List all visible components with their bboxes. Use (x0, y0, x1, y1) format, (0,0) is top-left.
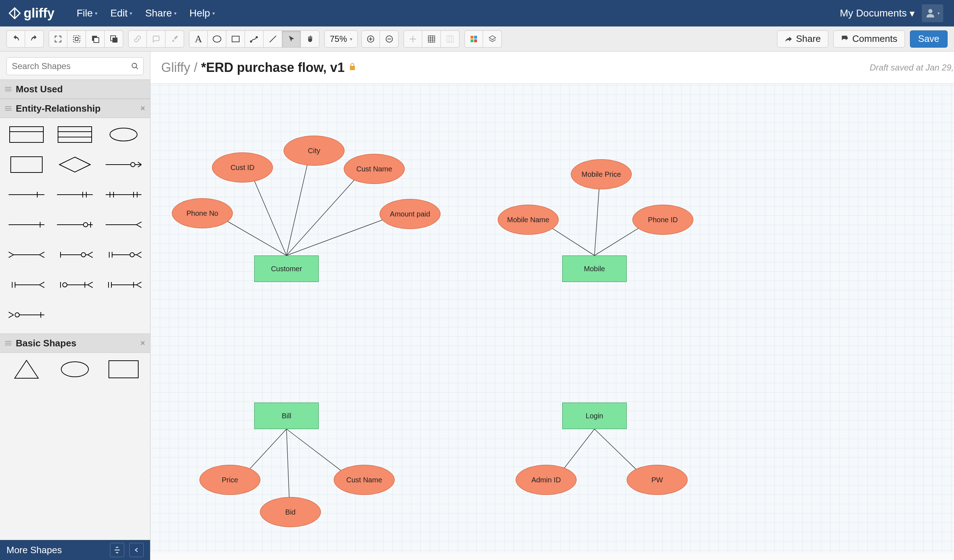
connector-tool-button[interactable] (245, 30, 263, 48)
attribute-price[interactable]: Price (200, 465, 260, 495)
shape-entity-table[interactable] (56, 124, 95, 145)
svg-line-75 (88, 255, 93, 258)
shape-triangle[interactable] (7, 359, 46, 379)
shape-one-circ-one-many[interactable] (56, 275, 95, 295)
section-er[interactable]: Entity-Relationship × (0, 99, 150, 118)
chevron-down-icon: ▾ (129, 10, 132, 16)
menu-help[interactable]: Help▾ (184, 5, 220, 21)
my-documents-link[interactable]: My Documents ▾ (840, 8, 915, 19)
attribute-mobile_name[interactable]: Mobile Name (498, 205, 559, 235)
shape-dbl-circle-many[interactable] (104, 245, 143, 265)
shape-crow-one[interactable] (7, 185, 46, 205)
shape-line-many[interactable] (104, 215, 143, 235)
guides-button[interactable] (441, 30, 460, 48)
send-back-button[interactable] (86, 30, 104, 48)
shape-crow-double-both[interactable] (104, 185, 143, 205)
zoom-select[interactable]: 75% ▾ (324, 30, 358, 48)
text-tool-button[interactable]: A (189, 30, 208, 48)
shape-entity-rect[interactable] (7, 124, 46, 145)
shape-many-circ-one[interactable] (7, 305, 46, 325)
show-grid-button[interactable] (422, 30, 441, 48)
format-painter-button[interactable] (165, 30, 184, 48)
undo-button[interactable] (6, 30, 25, 48)
attribute-phone_id[interactable]: Phone ID (633, 205, 693, 235)
shape-ellipse[interactable] (104, 124, 143, 145)
shape-dbl-one-many-b[interactable] (104, 275, 143, 295)
svg-line-74 (88, 252, 93, 255)
attribute-city[interactable]: City (284, 135, 344, 166)
more-shapes-link[interactable]: More Shapes (6, 544, 62, 556)
comment-tool-button[interactable] (147, 30, 165, 48)
comments-button[interactable]: Comments (833, 30, 905, 48)
menu-share[interactable]: Share▾ (140, 5, 182, 21)
rect-tool-button[interactable] (226, 30, 245, 48)
shape-crow-double[interactable] (56, 185, 95, 205)
theme-button[interactable] (465, 30, 483, 48)
attribute-phone_no[interactable]: Phone No (172, 198, 233, 228)
shape-rect-basic[interactable] (104, 359, 143, 379)
attribute-admin_id[interactable]: Admin ID (516, 465, 577, 495)
canvas[interactable]: CustomerMobileBillLoginPhone NoCust IDCi… (150, 84, 954, 560)
section-basic[interactable]: Basic Shapes × (0, 333, 150, 353)
svg-line-114 (287, 220, 383, 255)
app-logo[interactable]: gliffy (9, 6, 55, 21)
comments-button-label: Comments (852, 33, 898, 44)
snap-to-grid-button[interactable] (404, 30, 422, 48)
share-button-label: Share (796, 33, 821, 44)
section-most-used[interactable]: Most Used (0, 79, 150, 99)
pan-tool-button[interactable] (301, 30, 320, 48)
entity-bill[interactable]: Bill (254, 403, 319, 429)
menu-file[interactable]: File▾ (72, 5, 103, 21)
shape-one-circle-many[interactable] (56, 245, 95, 265)
entity-customer[interactable]: Customer (254, 255, 319, 282)
svg-rect-25 (447, 36, 454, 42)
attribute-bid[interactable]: Bid (260, 497, 321, 527)
close-icon[interactable]: × (140, 104, 145, 113)
shape-connector-circle[interactable] (104, 155, 143, 174)
scrollbar-horizontal[interactable] (150, 553, 954, 560)
bring-front-button[interactable] (104, 30, 123, 48)
line-tool-button[interactable] (263, 30, 282, 48)
shape-search-input[interactable] (11, 61, 131, 72)
entity-mobile[interactable]: Mobile (562, 255, 627, 282)
zoom-in-button[interactable] (361, 30, 380, 48)
document-title[interactable]: *ERD purchase flow, v1 (201, 60, 344, 75)
user-avatar-menu[interactable]: ▾ (922, 4, 943, 22)
svg-rect-3 (75, 37, 78, 40)
sidebar-collapse-button[interactable] (129, 543, 143, 557)
shape-search[interactable] (6, 57, 143, 75)
sidebar-expand-button[interactable] (110, 543, 124, 557)
pointer-tool-button[interactable] (282, 30, 301, 48)
crumb-root[interactable]: Gliffy (161, 60, 190, 75)
share-button[interactable]: Share (777, 30, 828, 48)
group-button[interactable] (67, 30, 86, 48)
close-icon[interactable]: × (140, 339, 145, 348)
fit-button[interactable] (49, 30, 67, 48)
layers-button[interactable] (483, 30, 502, 48)
section-basic-label: Basic Shapes (16, 338, 76, 349)
svg-point-72 (81, 253, 86, 257)
attribute-cust_id[interactable]: Cust ID (212, 152, 273, 182)
attribute-amount_paid[interactable]: Amount paid (380, 199, 441, 229)
attribute-cust_name[interactable]: Cust Name (344, 154, 405, 184)
redo-button[interactable] (25, 30, 44, 48)
attribute-mobile_price[interactable]: Mobile Price (571, 159, 632, 189)
svg-rect-39 (11, 157, 42, 173)
connector-icon (249, 34, 259, 44)
link-button[interactable] (128, 30, 147, 48)
zoom-out-button[interactable] (380, 30, 399, 48)
menu-edit[interactable]: Edit▾ (105, 5, 137, 21)
ellipse-tool-button[interactable] (208, 30, 226, 48)
shape-line-circle-one[interactable] (56, 215, 95, 235)
shape-line-one[interactable] (7, 215, 46, 235)
shape-diamond[interactable] (56, 155, 95, 174)
attribute-pw[interactable]: PW (627, 465, 687, 495)
save-button[interactable]: Save (910, 30, 948, 48)
shape-dbl-one-many[interactable] (7, 275, 46, 295)
shape-many-to-many[interactable] (7, 245, 46, 265)
attribute-bill_cname[interactable]: Cust Name (334, 465, 394, 495)
shape-rect[interactable] (7, 155, 46, 174)
entity-login[interactable]: Login (562, 403, 627, 429)
svg-line-67 (9, 255, 14, 258)
shape-ellipse-basic[interactable] (56, 359, 95, 379)
